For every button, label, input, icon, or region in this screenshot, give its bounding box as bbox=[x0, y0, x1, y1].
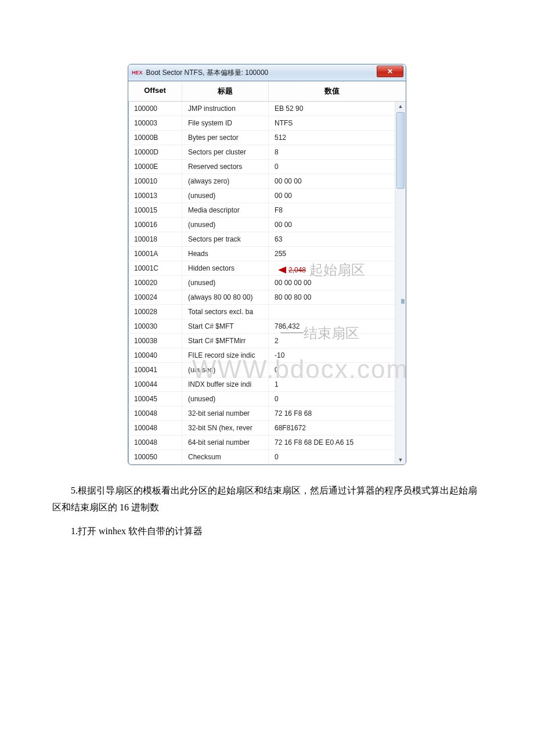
cell-value: 72 16 F8 68 bbox=[268, 406, 395, 420]
cell-title: Total sectors excl. ba bbox=[182, 305, 268, 319]
table-row[interactable]: 100050Checksum0 bbox=[128, 450, 395, 465]
cell-offset: 100013 bbox=[128, 189, 182, 203]
table-row[interactable]: 100040FILE record size indic-10 bbox=[128, 348, 395, 363]
table-row[interactable]: 10000DSectors per cluster8 bbox=[128, 145, 395, 160]
table-row[interactable]: 100044INDX buffer size indi1 bbox=[128, 377, 395, 392]
cell-title: (unused) bbox=[182, 276, 268, 290]
cell-value: 0 bbox=[268, 160, 395, 174]
cell-title: Reserved sectors bbox=[182, 160, 268, 174]
cell-offset: 100016 bbox=[128, 218, 182, 232]
cell-title: (unused) bbox=[182, 218, 268, 232]
cell-value bbox=[268, 261, 395, 275]
cell-offset: 100015 bbox=[128, 203, 182, 217]
table-row[interactable]: 100016(unused)00 00 bbox=[128, 218, 395, 232]
table-row[interactable]: 100045(unused)0 bbox=[128, 392, 395, 406]
table-row[interactable]: 100015Media descriptorF8 bbox=[128, 203, 395, 218]
cell-offset: 100010 bbox=[128, 174, 182, 188]
cell-title: Heads bbox=[182, 247, 268, 261]
cell-value: 00 00 bbox=[268, 218, 395, 232]
table-row[interactable]: 100010(always zero)00 00 00 bbox=[128, 174, 395, 189]
doc-paragraph-2: 1.打开 winhex 软件自带的计算器 bbox=[52, 523, 482, 540]
cell-value: 00 00 bbox=[268, 189, 395, 203]
cell-offset: 100038 bbox=[128, 334, 182, 348]
cell-value: F8 bbox=[268, 203, 395, 217]
cell-offset: 100000 bbox=[128, 102, 182, 116]
cell-value: 2 bbox=[268, 334, 395, 348]
scroll-down-icon[interactable]: ▼ bbox=[395, 455, 406, 465]
cell-title: Bytes per sector bbox=[182, 131, 268, 145]
scroll-up-icon[interactable]: ▲ bbox=[395, 102, 406, 111]
scroll-mark bbox=[401, 299, 405, 304]
table-row[interactable]: 100041(unused)0 bbox=[128, 363, 395, 377]
cell-title: (unused) bbox=[182, 363, 268, 377]
cell-title: FILE record size indic bbox=[182, 348, 268, 362]
cell-title: 32-bit serial number bbox=[182, 406, 268, 420]
cell-offset: 100020 bbox=[128, 276, 182, 290]
cell-offset: 10000D bbox=[128, 145, 182, 159]
cell-value: 0 bbox=[268, 392, 395, 406]
cell-offset: 100040 bbox=[128, 348, 182, 362]
header-title[interactable]: 标题 bbox=[182, 81, 268, 101]
header-value[interactable]: 数值 bbox=[268, 81, 395, 101]
close-button[interactable]: ✕ bbox=[377, 66, 403, 77]
table-row[interactable]: 100030Start C# $MFT786,432 bbox=[128, 319, 395, 334]
table-row[interactable]: 10004832-bit SN (hex, rever68F81672 bbox=[128, 421, 395, 435]
table-row[interactable]: 100024(always 80 00 80 00)80 00 80 00 bbox=[128, 290, 395, 305]
scrollbar[interactable]: ▲ ▼ bbox=[395, 102, 406, 465]
cell-offset: 100018 bbox=[128, 232, 182, 246]
cell-offset: 10001C bbox=[128, 261, 182, 275]
cell-value: 00 00 00 bbox=[268, 174, 395, 188]
table-row[interactable]: 100013(unused)00 00 bbox=[128, 189, 395, 203]
cell-offset: 100024 bbox=[128, 290, 182, 304]
cell-value: 8 bbox=[268, 145, 395, 159]
table-row[interactable]: 100018Sectors per track63 bbox=[128, 232, 395, 247]
cell-offset: 100041 bbox=[128, 363, 182, 377]
table-row[interactable]: 10000EReserved sectors0 bbox=[128, 160, 395, 174]
table-body: 100000JMP instructionEB 52 90100003File … bbox=[128, 102, 395, 465]
cell-title: Media descriptor bbox=[182, 203, 268, 217]
cell-offset: 100003 bbox=[128, 116, 182, 130]
cell-value: 72 16 F8 68 DE E0 A6 15 bbox=[268, 435, 395, 449]
cell-value: NTFS bbox=[268, 116, 395, 130]
cell-offset: 100028 bbox=[128, 305, 182, 319]
cell-title: (unused) bbox=[182, 189, 268, 203]
cell-value: 63 bbox=[268, 232, 395, 246]
cell-value: -10 bbox=[268, 348, 395, 362]
table-row[interactable]: 10004832-bit serial number72 16 F8 68 bbox=[128, 406, 395, 421]
cell-value: 0 bbox=[268, 363, 395, 377]
table-row[interactable]: 10004864-bit serial number72 16 F8 68 DE… bbox=[128, 435, 395, 450]
table-row[interactable]: 10000BBytes per sector512 bbox=[128, 131, 395, 145]
cell-title: Sectors per track bbox=[182, 232, 268, 246]
doc-paragraph-1: 5.根据引导扇区的模板看出此分区的起始扇区和结束扇区，然后通过计算器的程序员模式… bbox=[52, 483, 482, 516]
boot-sector-dialog: HEX Boot Sector NTFS, 基本偏移量: 100000 ✕ Of… bbox=[128, 64, 406, 465]
cell-offset: 10000B bbox=[128, 131, 182, 145]
table-row[interactable]: 10001CHidden sectors bbox=[128, 261, 395, 276]
close-icon: ✕ bbox=[387, 67, 393, 75]
cell-offset: 100048 bbox=[128, 421, 182, 435]
table-row[interactable]: 100003File system IDNTFS bbox=[128, 116, 395, 131]
cell-value: 786,432 bbox=[268, 319, 395, 333]
cell-value: 0 bbox=[268, 450, 395, 464]
table-header: Offset 标题 数值 bbox=[128, 81, 406, 102]
scroll-thumb[interactable] bbox=[396, 112, 405, 189]
cell-value: EB 52 90 bbox=[268, 102, 395, 116]
cell-title: File system ID bbox=[182, 116, 268, 130]
cell-title: Sectors per cluster bbox=[182, 145, 268, 159]
cell-title: 64-bit serial number bbox=[182, 435, 268, 449]
cell-value: 00 00 00 00 bbox=[268, 276, 395, 290]
cell-value: 1 bbox=[268, 377, 395, 391]
cell-title: (unused) bbox=[182, 392, 268, 406]
header-offset[interactable]: Offset bbox=[128, 81, 182, 101]
cell-title: JMP instruction bbox=[182, 102, 268, 116]
cell-offset: 100048 bbox=[128, 406, 182, 420]
cell-offset: 100045 bbox=[128, 392, 182, 406]
cell-title: (always zero) bbox=[182, 174, 268, 188]
table-row[interactable]: 100000JMP instructionEB 52 90 bbox=[128, 102, 395, 116]
document-text: 5.根据引导扇区的模板看出此分区的起始扇区和结束扇区，然后通过计算器的程序员模式… bbox=[52, 483, 482, 539]
table-row[interactable]: 100028Total sectors excl. ba bbox=[128, 305, 395, 319]
cell-title: 32-bit SN (hex, rever bbox=[182, 421, 268, 435]
table-row[interactable]: 100020(unused)00 00 00 00 bbox=[128, 276, 395, 290]
cell-offset: 100048 bbox=[128, 435, 182, 449]
table-row[interactable]: 100038Start C# $MFTMirr2 bbox=[128, 334, 395, 348]
table-row[interactable]: 10001AHeads255 bbox=[128, 247, 395, 261]
